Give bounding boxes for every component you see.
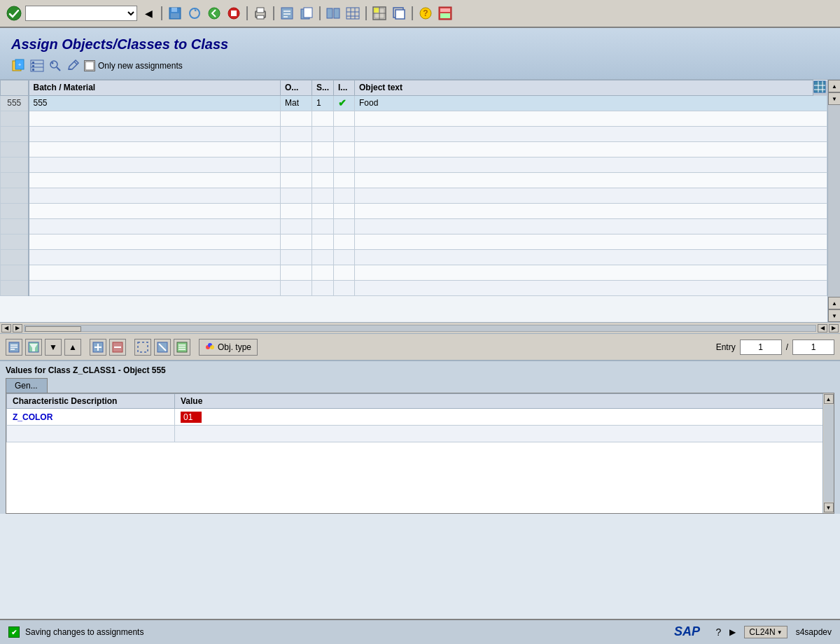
edit-icon[interactable] — [66, 58, 81, 74]
table-row[interactable] — [1, 265, 827, 280]
h-scroll-left-btn[interactable]: ◀ — [1, 324, 11, 332]
batch-material-cell[interactable] — [29, 172, 281, 188]
batch-material-cell[interactable] — [29, 157, 281, 172]
values-table: Characteristic Description Value Z_COLOR… — [6, 393, 834, 442]
h-scroll-thumb[interactable] — [25, 326, 81, 332]
list2-icon[interactable] — [29, 58, 45, 74]
value-cell[interactable] — [175, 426, 834, 442]
h-scroll-right2-btn[interactable]: ◀ — [818, 324, 827, 332]
filter-icon[interactable] — [25, 339, 42, 356]
table-row[interactable] — [1, 126, 827, 141]
values-row[interactable]: Z_COLOR01 — [7, 409, 834, 426]
table-row[interactable] — [1, 141, 827, 157]
sort-icon[interactable]: ▲ — [64, 339, 81, 356]
delete-row-icon[interactable] — [109, 339, 126, 356]
table-row[interactable] — [1, 111, 827, 126]
stop-icon[interactable] — [225, 5, 242, 22]
search-icon[interactable] — [48, 58, 63, 74]
entry-current-input[interactable] — [740, 340, 782, 355]
h-scroll-right-btn[interactable]: ▶ — [13, 324, 22, 332]
values-row[interactable] — [7, 426, 834, 442]
batch-material-cell[interactable] — [29, 141, 281, 157]
value-cell[interactable]: 01 — [175, 409, 834, 426]
details-icon[interactable] — [174, 339, 190, 356]
h-scroll-right3-btn[interactable]: ▶ — [829, 324, 839, 332]
table-row[interactable] — [1, 249, 827, 265]
obj-type-button[interactable]: Obj. type — [199, 339, 258, 356]
settings-icon[interactable] — [325, 5, 342, 22]
prev-icon[interactable] — [206, 5, 223, 22]
table-row[interactable]: 555555Mat1✔Food — [1, 95, 827, 111]
col-header-object-text: Object text — [355, 80, 813, 96]
table-row[interactable] — [1, 172, 827, 188]
back-arrow-icon[interactable]: ◀ — [140, 5, 157, 22]
values-scroll-down[interactable]: ▼ — [824, 503, 834, 512]
deselect-icon[interactable] — [154, 339, 171, 356]
dropdown-arrow-icon[interactable]: ▼ — [45, 339, 62, 356]
batch-material-cell[interactable] — [29, 234, 281, 249]
col-header-gridicon[interactable] — [813, 80, 827, 96]
s-cell — [312, 157, 334, 172]
print-icon[interactable] — [252, 5, 269, 22]
only-new-checkbox[interactable] — [84, 60, 95, 71]
characteristic-link[interactable]: Z_COLOR — [13, 412, 52, 422]
table-row[interactable] — [1, 157, 827, 172]
svg-text:+: + — [18, 62, 22, 68]
row-number-cell — [1, 249, 29, 265]
copy-icon[interactable] — [298, 5, 315, 22]
find-icon[interactable] — [279, 5, 295, 22]
svg-rect-19 — [346, 8, 359, 19]
batch-material-cell[interactable] — [29, 265, 281, 280]
table-row[interactable] — [1, 280, 827, 295]
help-icon[interactable]: ? — [716, 626, 722, 638]
info-icon[interactable] — [6, 339, 22, 356]
list-icon[interactable] — [344, 5, 361, 22]
sap-checkmark-icon[interactable] — [6, 5, 22, 22]
s-cell — [312, 234, 334, 249]
batch-material-cell[interactable] — [29, 249, 281, 265]
o-cell: Mat — [281, 95, 312, 111]
system-badge[interactable]: CL24N ▼ — [744, 626, 787, 638]
values-scroll-up[interactable]: ▲ — [824, 394, 834, 404]
entry-total-input[interactable] — [792, 340, 834, 355]
batch-material-cell[interactable] — [29, 203, 281, 218]
only-new-assignments-label: Only new assignments — [98, 61, 183, 71]
scroll-down2-btn[interactable]: ▼ — [828, 309, 840, 322]
s-cell: 1 — [312, 95, 334, 111]
assign-icon[interactable]: + — [11, 58, 27, 74]
help-icon[interactable]: ? — [417, 5, 434, 22]
values-tab[interactable]: Gen... — [6, 378, 48, 393]
value-input[interactable]: 01 — [181, 412, 202, 423]
grid-icon[interactable] — [371, 5, 388, 22]
characteristic-cell[interactable] — [7, 426, 175, 442]
scroll-up2-btn[interactable]: ▲ — [828, 297, 840, 309]
batch-material-cell[interactable] — [29, 111, 281, 126]
batch-material-cell[interactable] — [29, 280, 281, 295]
batch-material-cell[interactable] — [29, 188, 281, 203]
table-row[interactable] — [1, 218, 827, 234]
command-dropdown[interactable] — [25, 6, 137, 21]
svg-point-45 — [50, 61, 57, 68]
col-header-batch-material: Batch / Material — [29, 80, 281, 96]
select-icon[interactable] — [134, 339, 151, 356]
customize-icon[interactable] — [437, 5, 454, 22]
refresh-icon[interactable] — [186, 5, 203, 22]
batch-material-cell[interactable] — [29, 126, 281, 141]
row-number-cell — [1, 188, 29, 203]
s-cell — [312, 141, 334, 157]
characteristic-cell[interactable]: Z_COLOR — [7, 409, 175, 426]
scroll-track — [828, 105, 840, 297]
svg-rect-18 — [334, 8, 340, 18]
main-content: Batch / Material O... S... I... Object t… — [0, 80, 840, 514]
table-row[interactable] — [1, 234, 827, 249]
window-icon[interactable] — [391, 5, 407, 22]
add-row-icon[interactable] — [90, 339, 106, 356]
scroll-up-btn[interactable]: ▲ — [828, 80, 840, 92]
nav-play-icon[interactable]: ▶ — [729, 627, 736, 637]
batch-material-cell[interactable]: 555 — [29, 95, 281, 111]
batch-material-cell[interactable] — [29, 218, 281, 234]
save-icon[interactable] — [167, 5, 183, 22]
scroll-down-btn[interactable]: ▼ — [828, 92, 840, 105]
table-row[interactable] — [1, 188, 827, 203]
table-row[interactable] — [1, 203, 827, 218]
